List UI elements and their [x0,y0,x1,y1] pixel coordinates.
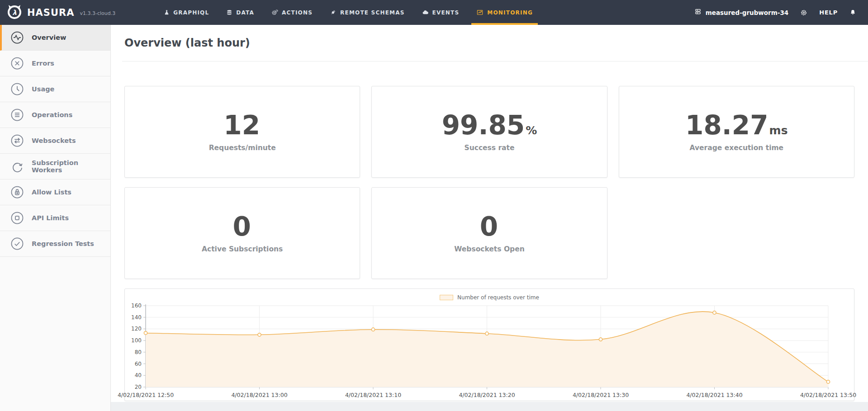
sidebar-item-label: Usage [32,85,54,93]
error-circle-icon [10,57,24,70]
svg-text:4/02/18/2021 13:10: 4/02/18/2021 13:10 [345,392,401,398]
stats-grid: 12 Requests/minute 99.85 % Success rate … [124,86,854,402]
server-icon [694,8,702,17]
stat-card-average-execution-time: 18.27 ms Average execution time [619,86,854,178]
help-link[interactable]: HELP [819,9,838,16]
monitoring-sidebar: Overview Errors Usage Operations Websock… [0,25,111,411]
sidebar-item-label: Overview [32,34,66,41]
nav-label: ACTIONS [282,9,313,16]
project-selector[interactable]: measured-grubworm-34 [694,8,789,17]
list-circle-icon [10,108,24,122]
svg-text:40: 40 [135,372,142,378]
cloud-icon [422,9,429,16]
svg-text:60: 60 [135,361,142,367]
svg-text:4/02/18/2021 13:40: 4/02/18/2021 13:40 [686,392,742,398]
loop-icon [10,160,24,173]
requests-over-time-chart[interactable]: 204060801001201401604/02/18/2021 12:504/… [125,302,854,400]
chart-legend[interactable]: Number of requests over time [125,293,854,302]
stat-label: Websockets Open [454,245,524,253]
nav-remote-schemas[interactable]: REMOTE SCHEMAS [321,0,413,25]
sidebar-item-label: API Limits [32,214,69,222]
hasura-logo[interactable]: λ HASURA v1.3.3-cloud.3 [0,0,123,25]
nav-label: MONITORING [487,9,533,16]
nav-label: REMOTE SCHEMAS [340,9,405,16]
top-nav: GRAPHIQL DATA ACTIONS REMOTE SCHEMAS EVE… [155,0,541,25]
check-circle-icon [10,237,24,250]
legend-label: Number of requests over time [457,294,539,301]
svg-text:20: 20 [135,384,142,390]
svg-text:160: 160 [131,302,142,309]
clock-icon [10,82,24,96]
stat-label: Active Subscriptions [202,245,283,253]
sidebar-item-label: Operations [32,111,72,118]
sidebar-item-label: Errors [32,60,54,67]
svg-text:4/02/18/2021 12:50: 4/02/18/2021 12:50 [118,392,174,398]
stat-value: 0 [480,213,498,240]
svg-text:4/02/18/2021 13:00: 4/02/18/2021 13:00 [231,392,287,398]
stat-card-active-subscriptions: 0 Active Subscriptions [124,187,360,279]
nav-label: DATA [236,9,254,16]
sidebar-item-label: Allow Lists [32,189,71,196]
version-label: v1.3.3-cloud.3 [80,10,115,16]
header-divider [122,61,868,61]
nav-label: GRAPHIQL [173,9,209,16]
stat-card-success-rate: 99.85 % Success rate [371,86,607,178]
legend-swatch [440,295,453,300]
stat-card-requests-per-minute: 12 Requests/minute [124,86,360,178]
sidebar-item-label: Websockets [32,137,76,144]
nav-label: EVENTS [432,9,460,16]
nav-events[interactable]: EVENTS [413,0,468,25]
sidebar-item-overview[interactable]: Overview [0,25,110,51]
svg-text:4/02/18/2021 13:20: 4/02/18/2021 13:20 [459,392,515,398]
square-circle-icon [10,211,24,225]
notifications-bell-icon[interactable] [849,9,856,16]
stat-label: Success rate [465,144,515,152]
svg-text:λ: λ [12,9,17,17]
top-navigation-bar: λ HASURA v1.3.3-cloud.3 GRAPHIQL DATA AC… [0,0,868,25]
sidebar-item-regression-tests[interactable]: Regression Tests [0,231,110,257]
nav-graphiql[interactable]: GRAPHIQL [155,0,218,25]
lock-circle-icon [10,185,24,199]
stat-card-websockets-open: 0 Websockets Open [371,187,607,279]
svg-text:4/02/18/2021 13:50: 4/02/18/2021 13:50 [800,392,856,398]
stat-value: 18.27 [685,112,768,138]
chart-line-icon [476,9,484,16]
main-content: Overview (last hour) 12 Requests/minute … [111,25,868,411]
settings-gear-icon[interactable] [800,9,807,16]
svg-text:120: 120 [131,326,142,332]
sidebar-item-label: Subscription Workers [32,159,110,174]
page-title: Overview (last hour) [124,37,854,49]
stat-unit: % [526,124,537,137]
topbar-right: measured-grubworm-34 HELP [694,8,868,17]
arrows-exchange-icon [10,134,24,147]
sidebar-item-api-limits[interactable]: API Limits [0,205,110,231]
nav-data[interactable]: DATA [218,0,263,25]
hasura-logo-icon: λ [6,4,23,22]
stat-value: 0 [232,213,251,240]
sidebar-item-errors[interactable]: Errors [0,51,110,76]
flask-icon [164,9,170,16]
active-tab-underline [471,23,538,25]
sidebar-item-operations[interactable]: Operations [0,102,110,128]
svg-text:4/02/18/2021 13:30: 4/02/18/2021 13:30 [573,392,629,398]
sidebar-item-label: Regression Tests [32,240,94,247]
plug-icon [330,9,337,16]
sidebar-item-usage[interactable]: Usage [0,76,110,102]
sidebar-item-websockets[interactable]: Websockets [0,128,110,154]
nav-monitoring[interactable]: MONITORING [468,0,541,25]
sidebar-item-subscription-workers[interactable]: Subscription Workers [0,154,110,180]
brand-name: HASURA [27,7,74,18]
svg-text:80: 80 [135,349,142,355]
stat-value: 12 [223,112,260,138]
database-icon [226,9,232,16]
svg-text:100: 100 [131,337,142,344]
svg-text:140: 140 [131,314,142,321]
nav-actions[interactable]: ACTIONS [263,0,321,25]
requests-chart-card: Number of requests over time 20406080100… [124,288,854,401]
sidebar-item-allow-lists[interactable]: Allow Lists [0,180,110,205]
gears-icon [271,9,278,16]
project-name: measured-grubworm-34 [706,9,789,16]
stat-label: Requests/minute [209,144,276,152]
stat-unit: ms [769,124,788,137]
stat-value: 99.85 [442,112,525,138]
